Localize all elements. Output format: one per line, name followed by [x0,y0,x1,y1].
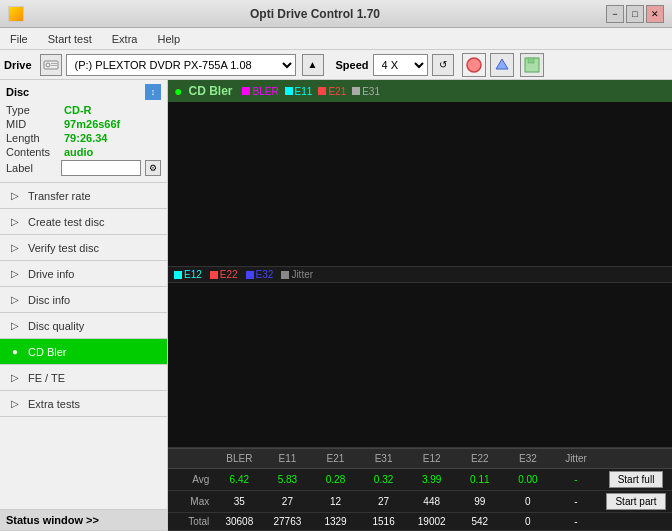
col-header-jitter: Jitter [552,451,600,466]
menu-help[interactable]: Help [151,31,186,47]
length-label: Length [6,132,64,144]
sidebar-item-cd-bler[interactable]: ● CD Bler [0,339,167,365]
disc-quality-icon: ▷ [8,319,22,333]
content-area: ● CD Bler BLER E11 E21 E31 [168,80,672,531]
create-test-disc-icon: ▷ [8,215,22,229]
legend-bler: BLER [242,86,278,97]
extra-tests-icon: ▷ [8,397,22,411]
sidebar-item-fe-te[interactable]: ▷ FE / TE [0,365,167,391]
max-e31: 27 [360,494,408,509]
label-settings-button[interactable]: ⚙ [145,160,161,176]
nav-items: ▷ Transfer rate ▷ Create test disc ▷ Ver… [0,183,167,417]
speed-refresh-button[interactable]: ↺ [432,54,454,76]
disc-info-icon: ▷ [8,293,22,307]
length-value: 79:26.34 [64,132,107,144]
erase-icon[interactable] [462,53,486,77]
sidebar-item-drive-info[interactable]: ▷ Drive info [0,261,167,287]
bler-color [242,87,250,95]
drive-icon-btn[interactable] [40,54,62,76]
save-icon[interactable] [520,53,544,77]
menu-start-test[interactable]: Start test [42,31,98,47]
total-bler: 30608 [215,514,263,529]
col-header-bler: BLER [215,451,263,466]
col-header-btn [600,451,672,466]
legend-e32: E32 [246,269,274,280]
avg-e21: 0.28 [311,472,359,487]
row-total-label: Total [168,516,215,527]
contents-label: Contents [6,146,64,158]
bottom-chart-canvas [168,283,468,433]
status-window-toggle[interactable]: Status window >> [0,509,167,531]
sidebar-item-extra-tests[interactable]: ▷ Extra tests [0,391,167,417]
close-button[interactable]: ✕ [646,5,664,23]
drive-info-icon: ▷ [8,267,22,281]
cd-bler-icon: ● [8,345,22,359]
chart-header: ● CD Bler BLER E11 E21 E31 [168,80,672,102]
avg-e31: 0.32 [360,472,408,487]
chart-title: CD Bler [188,84,232,98]
svg-rect-6 [528,58,534,63]
title-bar: Opti Drive Control 1.70 − □ ✕ [0,0,672,28]
menu-file[interactable]: File [4,31,34,47]
maximize-button[interactable]: □ [626,5,644,23]
legend-e11: E11 [285,86,313,97]
table-header: BLER E11 E21 E31 E12 E22 E32 Jitter [168,449,672,469]
cd-bler-chart-icon: ● [174,83,182,99]
e21-color [318,87,326,95]
mid-label: MID [6,118,64,130]
eject-button[interactable]: ▲ [302,54,324,76]
table-row-max: Max 35 27 12 27 448 99 0 - Start part [168,491,672,513]
max-e12: 448 [408,494,456,509]
start-part-button[interactable]: Start part [606,493,665,510]
sidebar-item-disc-quality[interactable]: ▷ Disc quality [0,313,167,339]
top-chart [168,102,672,267]
top-legend: BLER E11 E21 E31 [242,86,380,97]
sidebar-item-disc-info[interactable]: ▷ Disc info [0,287,167,313]
write-icon[interactable] [490,53,514,77]
drive-select[interactable]: (P:) PLEXTOR DVDR PX-755A 1.08 [66,54,296,76]
bottom-legend: E12 E22 E32 Jitter [168,267,672,283]
total-e31: 1516 [360,514,408,529]
create-test-disc-label: Create test disc [28,216,104,228]
legend-e12: E12 [174,269,202,280]
disc-label-input[interactable] [61,160,141,176]
svg-point-4 [467,58,481,72]
status-window-label: Status window >> [6,514,99,526]
legend-e22: E22 [210,269,238,280]
start-full-button[interactable]: Start full [609,471,664,488]
table-row-avg: Avg 6.42 5.83 0.28 0.32 3.99 0.11 0.00 -… [168,469,672,491]
menu-extra[interactable]: Extra [106,31,144,47]
avg-e22: 0.11 [456,472,504,487]
svg-rect-2 [51,63,57,64]
svg-rect-3 [51,65,57,66]
avg-e32: 0.00 [504,472,552,487]
disc-arrow-button[interactable]: ↕ [145,84,161,100]
start-full-col: Start full [600,470,672,489]
col-header-e31: E31 [360,451,408,466]
row-avg-label: Avg [168,474,215,485]
total-e11: 27763 [263,514,311,529]
sidebar-item-create-test-disc[interactable]: ▷ Create test disc [0,209,167,235]
jitter-color [281,271,289,279]
col-header-e21: E21 [311,451,359,466]
title-bar-controls: − □ ✕ [606,5,664,23]
extra-tests-label: Extra tests [28,398,80,410]
top-chart-canvas [168,102,468,252]
cd-bler-label: CD Bler [28,346,67,358]
app-icon [8,6,24,22]
speed-select[interactable]: 4 XMax1 X2 X8 X [373,54,428,76]
sidebar-item-verify-test-disc[interactable]: ▷ Verify test disc [0,235,167,261]
main-area: Disc ↕ Type CD-R MID 97m26s66f Length 79… [0,80,672,531]
sidebar-item-transfer-rate[interactable]: ▷ Transfer rate [0,183,167,209]
max-e22: 99 [456,494,504,509]
drive-label: Drive [4,59,32,71]
legend-e21: E21 [318,86,346,97]
fe-te-icon: ▷ [8,371,22,385]
total-e21: 1329 [311,514,359,529]
total-e12: 19002 [408,514,456,529]
sidebar: Disc ↕ Type CD-R MID 97m26s66f Length 79… [0,80,168,531]
row-max-label: Max [168,496,215,507]
max-jitter: - [552,494,600,509]
disc-info-nav-label: Disc info [28,294,70,306]
minimize-button[interactable]: − [606,5,624,23]
